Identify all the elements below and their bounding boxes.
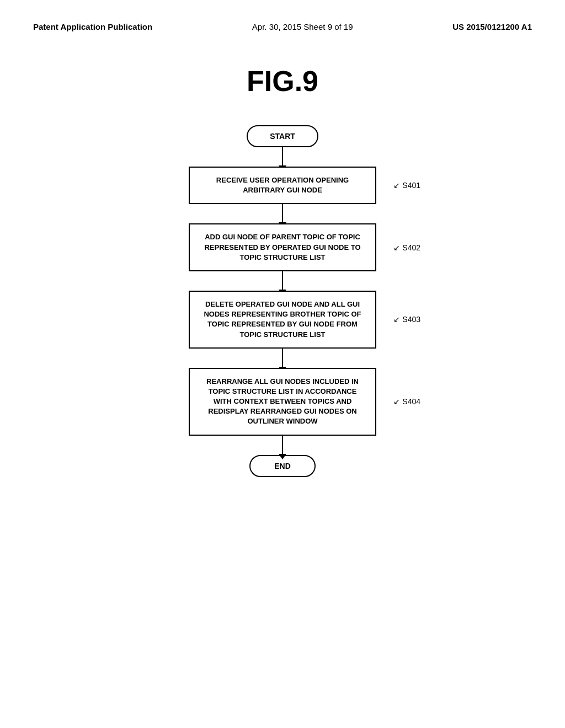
patent-number: US 2015/0121200 A1	[452, 22, 532, 31]
sheet-info: Apr. 30, 2015 Sheet 9 of 19	[252, 22, 353, 31]
arrow-5	[282, 436, 283, 455]
step-s401-hook: ↙	[393, 181, 400, 190]
arrow-4	[282, 349, 283, 368]
step-s403-label: ↙ S403	[393, 315, 420, 324]
flowchart: START RECEIVE USER OPERATION OPENING ARB…	[33, 125, 532, 477]
step-s401-row: RECEIVE USER OPERATION OPENING ARBITRARY…	[189, 167, 376, 204]
arrow-3	[282, 271, 283, 291]
step-s403-row: DELETE OPERATED GUI NODE AND ALL GUI NOD…	[189, 291, 376, 349]
arrow-1	[282, 147, 283, 167]
step-s403-box: DELETE OPERATED GUI NODE AND ALL GUI NOD…	[189, 291, 376, 349]
figure-title: FIG.9	[33, 65, 532, 98]
step-s401-box: RECEIVE USER OPERATION OPENING ARBITRARY…	[189, 167, 376, 204]
step-s404-row: REARRANGE ALL GUI NODES INCLUDED IN TOPI…	[189, 368, 376, 436]
arrow-2	[282, 204, 283, 223]
step-s404-hook: ↙	[393, 397, 400, 406]
start-terminal: START	[247, 125, 318, 147]
publication-label: Patent Application Publication	[33, 22, 152, 31]
step-s402-row: ADD GUI NODE OF PARENT TOPIC OF TOPIC RE…	[189, 223, 376, 271]
step-s404-label: ↙ S404	[393, 397, 420, 406]
step-s403-hook: ↙	[393, 315, 400, 324]
step-s402-hook: ↙	[393, 243, 400, 252]
page: Patent Application Publication Apr. 30, …	[0, 0, 565, 728]
step-s402-label: ↙ S402	[393, 243, 420, 252]
step-s402-box: ADD GUI NODE OF PARENT TOPIC OF TOPIC RE…	[189, 223, 376, 271]
step-s404-box: REARRANGE ALL GUI NODES INCLUDED IN TOPI…	[189, 368, 376, 436]
page-header: Patent Application Publication Apr. 30, …	[33, 22, 532, 31]
step-s401-label: ↙ S401	[393, 181, 420, 190]
